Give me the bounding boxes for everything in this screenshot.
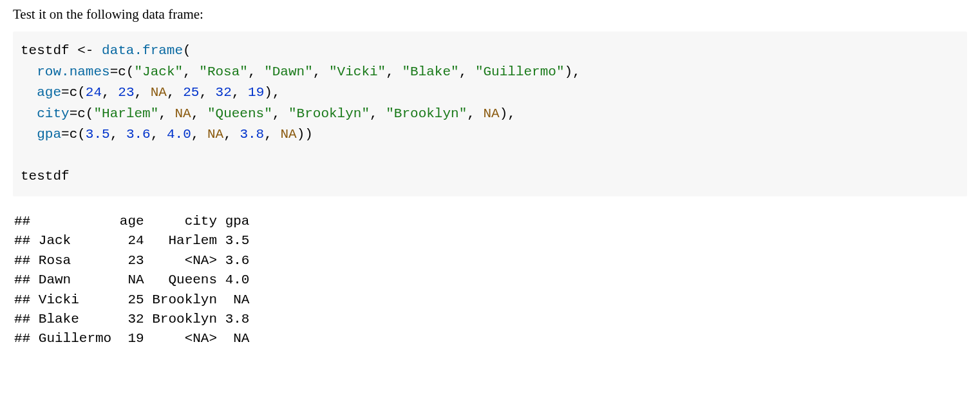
- output-line-4: ## Dawn NA Queens 4.0: [14, 272, 249, 287]
- output-line-5: ## Vicki 25 Brooklyn NA: [14, 292, 249, 307]
- code-line-4: city=c("Harlem", NA, "Queens", "Brooklyn…: [21, 106, 516, 121]
- output-line-6: ## Blake 32 Brooklyn 3.8: [14, 312, 249, 327]
- code-line-3: age=c(24, 23, NA, 25, 32, 19),: [21, 85, 280, 100]
- intro-text: Test it on the following data frame:: [13, 6, 967, 23]
- output-line-1: ## age city gpa: [14, 214, 249, 229]
- code-block: testdf <- data.frame( row.names=c("Jack"…: [13, 32, 967, 196]
- code-line-5: gpa=c(3.5, 3.6, 4.0, NA, 3.8, NA)): [21, 127, 313, 142]
- output-line-7: ## Guillermo 19 <NA> NA: [14, 331, 249, 346]
- output-block: ## age city gpa ## Jack 24 Harlem 3.5 ##…: [13, 209, 967, 352]
- code-line-1: testdf <- data.frame(: [21, 43, 191, 58]
- code-line-6: testdf: [21, 169, 70, 184]
- output-line-3: ## Rosa 23 <NA> 3.6: [14, 253, 249, 268]
- code-line-2: row.names=c("Jack", "Rosa", "Dawn", "Vic…: [21, 64, 581, 79]
- output-line-2: ## Jack 24 Harlem 3.5: [14, 233, 249, 248]
